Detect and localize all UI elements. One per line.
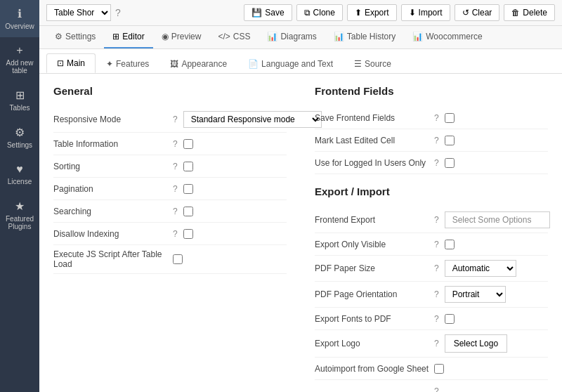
css-tab-icon: </> [218,32,230,41]
pagination-label: Pagination [53,184,173,194]
searching-row: Searching ? [53,200,287,223]
execute-js-checkbox[interactable] [173,254,183,264]
import-icon: ⬇ [409,8,416,18]
language-tab-icon: 📄 [248,59,259,69]
use-for-logged-in-checkbox[interactable] [445,158,455,168]
tab-features[interactable]: ✦ Features [96,54,159,73]
tab-diagrams[interactable]: 📊 Diagrams [259,26,325,48]
tab-main[interactable]: ⊡ Main [46,53,96,73]
save-frontend-fields-control [445,113,455,123]
delete-button[interactable]: 🗑 Delete [504,4,555,21]
sidebar-item-featured-plugins-label: Featured Plugins [3,215,37,230]
woocommerce-tab-icon: 📊 [412,32,423,41]
table-information-help-icon[interactable]: ? [173,139,178,149]
frontend-fields-title: Frontend Fields [315,85,548,97]
info-icon: ℹ [18,7,22,20]
pdf-paper-size-select[interactable]: Automatic [445,260,516,277]
general-section: General Responsive Mode ? Standard Respo… [53,85,287,381]
pdf-page-orientation-row: PDF Page Orientation ? Portrait [315,282,548,308]
export-fonts-to-pdf-help-icon[interactable]: ? [434,314,439,324]
tab-woocommerce[interactable]: 📊 Woocommerce [404,26,490,48]
sidebar-item-overview[interactable]: ℹ Overview [0,0,39,37]
disallow-indexing-checkbox[interactable] [183,229,193,239]
pdf-page-orientation-control: Portrait [445,286,506,303]
export-fonts-to-pdf-row: Export Fonts to PDF ? [315,308,548,330]
general-title: General [53,85,287,97]
frontend-export-help-icon[interactable]: ? [434,215,439,225]
sorting-help-icon[interactable]: ? [173,162,178,171]
export-fonts-to-pdf-checkbox[interactable] [445,314,455,324]
tab-language-and-text[interactable]: 📄 Language and Text [237,54,344,73]
clone-button[interactable]: ⧉ Clone [296,4,343,21]
pagination-checkbox[interactable] [183,184,193,194]
export-only-visible-label: Export Only Visible [315,240,434,249]
sidebar-item-featured-plugins[interactable]: ★ Featured Plugins [0,192,39,237]
tab-appearance[interactable]: 🖼 Appearance [159,54,237,73]
select-logo-button[interactable]: Select Logo [445,334,507,353]
tab-css[interactable]: </> CSS [209,26,259,48]
export-button[interactable]: ⬆ Export [347,4,397,21]
right-col: Frontend Fields Save Frontend Fields ? M… [315,85,548,381]
import-button[interactable]: ⬇ Import [401,4,450,21]
searching-checkbox[interactable] [183,207,193,216]
settings-tab-icon: ⚙ [55,32,63,41]
sidebar-item-add-new-table[interactable]: + Add new table [0,37,39,81]
mark-last-edited-checkbox[interactable] [445,136,455,145]
table-information-label: Table Information [53,139,173,149]
sidebar-item-tables[interactable]: ⊞ Tables [0,81,39,119]
save-button[interactable]: 💾 Save [244,4,292,21]
use-for-logged-in-help-icon[interactable]: ? [434,158,439,168]
sidebar-item-license[interactable]: ♥ License [0,156,39,192]
sidebar: ℹ Overview + Add new table ⊞ Tables ⚙ Se… [0,0,39,392]
use-for-logged-in-row: Use for Logged In Users Only ? [315,152,548,174]
autoimport-help-icon[interactable]: ? [434,386,439,392]
responsive-mode-help-icon[interactable]: ? [173,115,178,124]
execute-js-control [173,254,183,264]
preview-tab-icon: ◉ [162,32,169,41]
searching-help-icon[interactable]: ? [173,207,178,216]
table-name-select[interactable]: Table Shor [46,4,111,21]
help-icon[interactable]: ? [115,7,121,18]
autoimport-google-sheet-row: Autoimport from Google Sheet [315,358,548,380]
pdf-paper-size-control: Automatic [445,260,516,277]
autoimport-google-sheet-checkbox[interactable] [434,364,444,374]
save-icon: 💾 [251,8,262,18]
mark-last-edited-control [445,136,455,145]
tab-editor[interactable]: ⊞ Editor [104,26,152,48]
disallow-indexing-help-icon[interactable]: ? [173,229,178,239]
execute-js-row: Execute JS Script After Table Load [53,245,287,274]
save-frontend-fields-help-icon[interactable]: ? [434,113,439,123]
sorting-checkbox[interactable] [183,162,193,171]
frontend-export-multiselect[interactable]: Select Some Options [445,211,550,228]
save-frontend-fields-checkbox[interactable] [445,113,455,123]
mark-last-edited-label: Mark Last Edited Cell [315,136,434,145]
table-information-checkbox[interactable] [183,139,193,149]
sidebar-item-overview-label: Overview [5,22,34,30]
responsive-mode-row: Responsive Mode ? Standard Responsive mo… [53,107,287,133]
pdf-paper-size-help-icon[interactable]: ? [434,263,439,273]
responsive-mode-select[interactable]: Standard Responsive mode [183,111,322,128]
clear-button[interactable]: ↺ Clear [455,4,500,21]
frontend-export-control: Select Some Options [445,211,550,228]
tab-source[interactable]: ☰ Source [344,54,402,73]
pdf-page-orientation-help-icon[interactable]: ? [434,289,439,299]
export-logo-help-icon[interactable]: ? [434,339,439,348]
top-bar: Table Shor ? 💾 Save ⧉ Clone ⬆ Export ⬇ I… [39,0,562,26]
appearance-tab-icon: 🖼 [170,59,178,69]
frontend-export-label: Frontend Export [315,215,434,225]
export-only-visible-checkbox[interactable] [445,240,455,249]
sidebar-item-license-label: License [8,178,32,185]
export-only-visible-control [445,240,455,249]
export-only-visible-help-icon[interactable]: ? [434,240,439,249]
export-icon: ⬆ [355,8,362,18]
pagination-help-icon[interactable]: ? [173,184,178,194]
tab-preview[interactable]: ◉ Preview [153,26,210,48]
sidebar-item-settings[interactable]: ⚙ Settings [0,119,39,156]
tables-icon: ⊞ [15,89,25,102]
tab-table-history[interactable]: 📊 Table History [325,26,404,48]
responsive-mode-control: Standard Responsive mode [183,111,322,128]
pdf-page-orientation-select[interactable]: Portrait [445,286,506,303]
tab-settings[interactable]: ⚙ Settings [46,26,104,48]
mark-last-edited-help-icon[interactable]: ? [434,136,439,145]
frontend-export-row: Frontend Export ? Select Some Options [315,207,548,233]
